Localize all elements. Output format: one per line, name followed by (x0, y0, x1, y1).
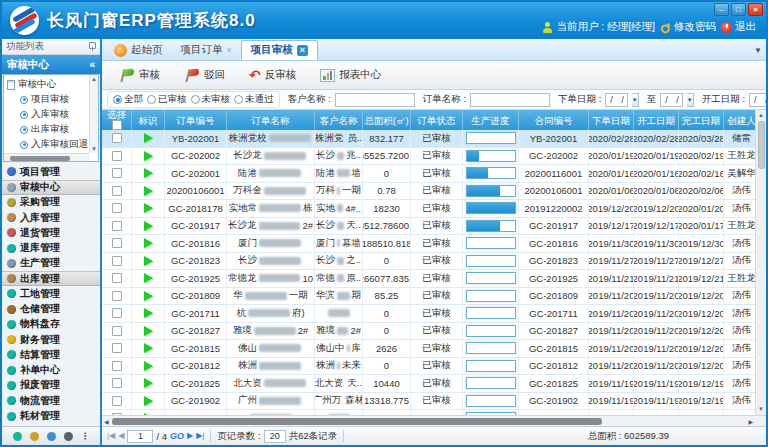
column-header-contract-number[interactable]: 合同编号 (519, 110, 589, 130)
table-row[interactable]: GC-201823长沙长沙之..0已审核GC-2018232019/11/272… (102, 253, 755, 271)
column-header-start-date[interactable]: 开工日期 (634, 110, 679, 130)
sidebar-item-生产管理[interactable]: 生产管理 (2, 256, 100, 271)
table-row[interactable]: GC-201827雅境2#雅境2#0已审核GC-2018272019/11/20… (102, 323, 755, 341)
toolbar-button-报表中心[interactable]: 报表中心 (311, 64, 390, 86)
table-row[interactable]: GC-201825北大资北大资天..10440已审核GC-2018252019/… (102, 375, 755, 393)
tree-vertical-scrollbar[interactable]: ▲▼ (89, 75, 98, 153)
radio-icon[interactable] (191, 95, 200, 104)
table-row[interactable]: GC-201809华一期华滨期85.25已审核GC-2018092019/11/… (102, 288, 755, 306)
page-size-input[interactable]: 20 (264, 430, 286, 443)
horizontal-scroll-thumb[interactable] (112, 418, 602, 425)
radio-icon[interactable] (147, 95, 156, 104)
radio-已审核[interactable]: 已审核 (147, 93, 187, 106)
scroll-up-arrow[interactable]: ▲ (758, 110, 764, 121)
column-header-order-number[interactable]: 订单编号 (165, 110, 227, 130)
column-header-order-date[interactable]: 下单日期 (589, 110, 634, 130)
cart-icon[interactable] (30, 432, 39, 441)
sidebar-item-财务管理[interactable]: 财务管理 (2, 332, 100, 347)
row-select-checkbox[interactable] (112, 168, 122, 178)
pin-icon[interactable] (88, 42, 96, 51)
radio-未通过[interactable]: 未通过 (234, 93, 274, 106)
order-date-input[interactable]: / / (605, 93, 628, 107)
column-header-total-area[interactable]: 总面积(㎡) (363, 110, 411, 130)
row-select-checkbox[interactable] (112, 151, 122, 161)
section-header[interactable]: 审核中心 « (2, 55, 100, 74)
column-header-select[interactable]: 选择 (102, 110, 132, 130)
order-name-input[interactable] (470, 93, 550, 107)
row-select-checkbox[interactable] (112, 273, 122, 283)
row-select-checkbox[interactable] (112, 186, 122, 196)
column-header-order-status[interactable]: 订单状态 (411, 110, 463, 130)
tab-项目订单[interactable]: 项目订单× (172, 40, 241, 60)
toolbar-button-审核[interactable]: 审核 (110, 64, 169, 87)
sidebar-item-结算管理[interactable]: 结算管理 (2, 347, 100, 362)
person-icon[interactable] (64, 432, 73, 441)
maximize-button[interactable]: □ (731, 3, 746, 16)
table-row[interactable]: GC-201815佛山佛山中库2626已审核GC-2018152019/11/2… (102, 340, 755, 358)
last-page-button[interactable]: ▶| (196, 431, 204, 441)
tree-horizontal-scrollbar[interactable] (4, 153, 89, 161)
column-header-production-progress[interactable]: 生产进度 (463, 110, 519, 130)
go-button[interactable]: GO (170, 431, 184, 441)
row-select-checkbox[interactable] (112, 203, 122, 213)
row-select-checkbox[interactable] (112, 221, 122, 231)
logout-button[interactable]: 退出 (721, 20, 756, 34)
scroll-down-arrow[interactable]: ▼ (758, 404, 764, 415)
more-options-icon[interactable]: ⋮ (81, 432, 90, 441)
tab-close-icon[interactable]: × (297, 45, 308, 56)
page-number-input[interactable]: 1 (127, 430, 153, 443)
module-dot-icon[interactable] (13, 432, 22, 441)
vertical-scrollbar[interactable]: ▲ ▼ (755, 110, 766, 415)
sidebar-item-出库管理[interactable]: 出库管理 (2, 271, 100, 286)
table-row[interactable]: GC-202002长沙龙长沙兆..65525.7200..已审核GC-20200… (102, 148, 755, 166)
sidebar-item-工地管理[interactable]: 工地管理 (2, 286, 100, 301)
customer-name-input[interactable] (335, 93, 415, 107)
tree-item[interactable]: 项目审核 (7, 92, 88, 107)
row-select-checkbox[interactable] (112, 291, 122, 301)
sidebar-item-采购管理[interactable]: 采购管理 (2, 195, 100, 210)
table-row[interactable]: 20200106001万科金万科一期0.78已审核202001060012020… (102, 183, 755, 201)
row-select-checkbox[interactable] (112, 308, 122, 318)
calendar-dropdown-icon[interactable]: ▼ (632, 93, 639, 107)
column-header-order-name[interactable]: 订单名称 (227, 110, 315, 130)
table-row[interactable]: GC-2018178实地常栋实地4#..18230已审核201912200022… (102, 200, 755, 218)
table-row[interactable]: GC-201816厦门厦门幕墙188510.818已审核GC-201816201… (102, 235, 755, 253)
sidebar-item-退货管理[interactable]: 退货管理 (2, 225, 100, 240)
row-select-checkbox[interactable] (112, 133, 122, 143)
table-row[interactable]: GC-201917长沙龙2#长沙天..8512.78600..已审核GC-201… (102, 218, 755, 236)
toolbar-button-反审核[interactable]: ↶反审核 (240, 64, 305, 86)
minimize-button[interactable]: – (714, 3, 729, 16)
horizontal-scrollbar[interactable]: ◀ ▶ (102, 415, 766, 426)
row-select-checkbox[interactable] (112, 238, 122, 248)
next-page-button[interactable]: ▶ (187, 431, 193, 441)
close-button[interactable]: × (748, 3, 763, 16)
change-password-button[interactable]: 修改密码 (660, 20, 716, 34)
select-all-checkbox[interactable] (112, 120, 122, 130)
first-page-button[interactable]: |◀ (107, 431, 115, 441)
vertical-scroll-thumb[interactable] (758, 121, 765, 169)
table-row[interactable]: GC-201711杭府)0已审核GC-2017112019/11/202019/… (102, 305, 755, 323)
tab-项目审核[interactable]: 项目审核× (241, 40, 318, 60)
table-row[interactable]: GC-202001陆港陆港墙0已审核202001160012020/01/162… (102, 165, 755, 183)
tree-item[interactable]: 入库审核回退 (7, 137, 88, 152)
radio-icon[interactable] (234, 95, 243, 104)
prev-page-button[interactable]: ◀ (118, 431, 124, 441)
row-select-checkbox[interactable] (112, 256, 122, 266)
radio-icon[interactable] (113, 95, 122, 104)
sidebar-item-耗材管理[interactable]: 耗材管理 (2, 409, 100, 424)
tree-root[interactable]: 审核中心 (7, 77, 88, 92)
column-header-customer-name[interactable]: 客户名称 (315, 110, 363, 130)
table-row[interactable]: GC-201812株洲株洲未来0已审核GC-2018122019/11/2020… (102, 358, 755, 376)
table-row[interactable]: GC-201902广州广州万森林13318.775已审核GC-201902201… (102, 393, 755, 411)
column-header-flag[interactable]: 标识 (132, 110, 165, 130)
sidebar-item-审核中心[interactable]: 审核中心 (2, 180, 100, 195)
calendar-dropdown-icon[interactable]: ▼ (687, 93, 694, 107)
tree-item[interactable]: 出库审核 (7, 122, 88, 137)
row-select-checkbox[interactable] (112, 396, 122, 406)
collapse-icon[interactable]: « (89, 59, 95, 70)
sidebar-item-物流管理[interactable]: 物流管理 (2, 393, 100, 408)
order-date-end-input[interactable]: / / (660, 93, 683, 107)
row-select-checkbox[interactable] (112, 326, 122, 336)
toolbar-button-驳回[interactable]: 驳回 (175, 64, 234, 87)
sidebar-item-报废管理[interactable]: 报废管理 (2, 378, 100, 393)
